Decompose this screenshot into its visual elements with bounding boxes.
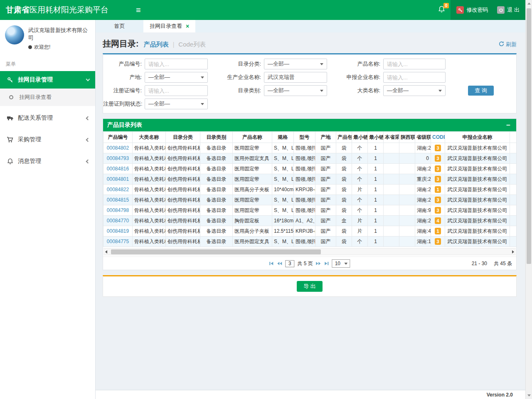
app-title: 甘肃省医用耗材阳光采购平台 bbox=[0, 5, 108, 15]
vertical-scrollbar[interactable] bbox=[525, 0, 532, 399]
record-range: 21 - 30 bbox=[472, 261, 487, 266]
product-code-link[interactable]: 00084775 bbox=[107, 239, 129, 244]
cell-pack: 盒 bbox=[336, 216, 352, 226]
view-toggle-product[interactable]: 产品列表 bbox=[144, 41, 169, 49]
scroll-right-icon[interactable] bbox=[512, 250, 514, 254]
tab-home[interactable]: 首页 bbox=[96, 20, 143, 32]
caret-down-icon bbox=[320, 90, 323, 92]
tab-catalog-view[interactable]: 挂网目录查看 × bbox=[143, 20, 195, 32]
avatar bbox=[5, 25, 24, 44]
code-count-badge[interactable]: 1 bbox=[435, 228, 441, 234]
code-count-badge[interactable]: 1 bbox=[435, 186, 441, 193]
manufacturer-input[interactable] bbox=[264, 72, 327, 83]
search-panel: 产品编号: 目录分类: —全部— 产品名称: 产地: —全部— 生产企业名称: … bbox=[103, 53, 517, 113]
cell-major: 骨科植入类耗材 bbox=[133, 153, 166, 164]
product-code-link[interactable]: 00084819 bbox=[107, 228, 129, 234]
footer: Version 2.0 bbox=[96, 390, 525, 399]
cell-qty: 1 bbox=[368, 164, 384, 174]
sidebar-item-delivery-management[interactable]: 配送关系管理 bbox=[0, 109, 95, 127]
cert-expire-select[interactable]: —全部— bbox=[145, 99, 208, 109]
declare-company-input[interactable] bbox=[383, 72, 446, 83]
first-page-icon[interactable] bbox=[269, 261, 274, 266]
export-button[interactable]: 导 出 bbox=[297, 281, 323, 292]
product-name-input[interactable] bbox=[383, 59, 446, 69]
cell-major: 骨科植入类耗材 bbox=[133, 164, 166, 174]
main-area: 首页 挂网目录查看 × 挂网目录: 产品列表 | Code列表 刷新 bbox=[96, 20, 525, 399]
major-class-label: 大类名称: bbox=[327, 87, 383, 94]
next-page-icon[interactable] bbox=[316, 261, 321, 266]
cell-manufact: 武汉克瑞普新技术有限公司 bbox=[510, 164, 517, 174]
sidebar-item-catalog-view[interactable]: 挂网目录查看 bbox=[0, 89, 95, 106]
product-code-link[interactable]: 00084802 bbox=[107, 145, 129, 151]
logout-button[interactable]: 退 出 bbox=[497, 6, 520, 14]
product-code-link[interactable]: 00084793 bbox=[107, 155, 129, 161]
change-password-button[interactable]: 修改密码 bbox=[456, 6, 488, 14]
table-row: 00084802骨科植入类耗材创伤用骨科耗材备选目录医用固定带S、M、L围领,颈… bbox=[103, 143, 517, 153]
tab-label: 挂网目录查看 bbox=[150, 20, 182, 32]
product-code-link[interactable]: 00084770 bbox=[107, 218, 129, 224]
horizontal-scrollbar-thumb[interactable] bbox=[111, 249, 321, 254]
cell-prov bbox=[384, 174, 399, 185]
code-count-badge[interactable]: 3 bbox=[435, 207, 441, 214]
product-code-input[interactable] bbox=[145, 59, 208, 69]
catalog-class-select[interactable]: —全部— bbox=[264, 59, 327, 69]
scroll-down-icon[interactable] bbox=[527, 394, 531, 397]
refresh-button[interactable]: 刷新 bbox=[499, 41, 517, 48]
product-code-link[interactable]: 00084801 bbox=[107, 176, 129, 182]
column-header-spec: 规格 bbox=[272, 132, 294, 143]
page-number-input[interactable] bbox=[285, 260, 294, 267]
cell-name: 医用固定带 bbox=[233, 164, 272, 174]
view-toggle-code[interactable]: Code列表 bbox=[178, 41, 206, 49]
product-code-link[interactable]: 00084815 bbox=[107, 197, 129, 203]
cell-cls: 创伤用骨科耗材 bbox=[166, 174, 200, 185]
product-code-link[interactable]: 00084798 bbox=[107, 207, 129, 213]
catalog-category-select[interactable]: —全部— bbox=[264, 85, 327, 96]
cert-no-input[interactable] bbox=[145, 85, 208, 96]
cell-code: 00084793 bbox=[103, 153, 133, 164]
code-count-badge[interactable]: 4 bbox=[435, 217, 441, 224]
code-count-badge[interactable]: 3 bbox=[435, 145, 441, 151]
cell-pack: 袋 bbox=[336, 226, 352, 236]
search-button[interactable]: 查 询 bbox=[468, 86, 494, 96]
scroll-left-icon[interactable] bbox=[105, 250, 107, 254]
page-size-select[interactable]: 10 bbox=[332, 259, 350, 268]
cell-level: 湖南:2 bbox=[415, 143, 431, 153]
cell-prov bbox=[384, 236, 399, 247]
major-class-select[interactable]: —全部— bbox=[383, 85, 446, 96]
cell-codes: 3 bbox=[431, 174, 445, 185]
cell-level: 湖南:2 bbox=[415, 185, 431, 195]
cell-name: 胸骨固定板 bbox=[233, 216, 272, 226]
panel-title: 产品目录列表 bbox=[107, 121, 142, 129]
origin-select[interactable]: —全部— bbox=[145, 72, 208, 83]
notifications-button[interactable]: 0 bbox=[432, 0, 451, 20]
cell-prov bbox=[384, 205, 399, 216]
cell-spec: S、M、L bbox=[272, 236, 294, 247]
product-code-link[interactable]: 00084822 bbox=[107, 187, 129, 192]
collapse-icon[interactable]: − bbox=[505, 122, 512, 129]
sidebar-item-purchase-management[interactable]: 采购管理 bbox=[0, 131, 95, 148]
close-icon[interactable]: × bbox=[186, 23, 189, 29]
column-header-code: 产品编号 bbox=[103, 132, 133, 143]
caret-down-icon bbox=[345, 263, 348, 265]
sidebar-item-message-management[interactable]: 消息管理 bbox=[0, 153, 95, 170]
code-count-badge[interactable]: 3 bbox=[435, 155, 441, 162]
code-count-badge[interactable]: 3 bbox=[435, 238, 441, 245]
cell-code: 00084801 bbox=[103, 174, 133, 185]
scroll-up-icon[interactable] bbox=[527, 2, 531, 5]
status-dot-icon bbox=[28, 45, 32, 49]
prev-page-icon[interactable] bbox=[277, 261, 282, 266]
caret-down-icon bbox=[201, 76, 204, 79]
horizontal-scrollbar[interactable] bbox=[103, 248, 516, 255]
cell-manufact: 武汉克瑞普新技术有限公司 bbox=[510, 153, 517, 164]
hamburger-icon[interactable]: ≡ bbox=[136, 0, 141, 20]
vertical-scrollbar-thumb[interactable] bbox=[527, 8, 531, 264]
cell-cat: 备选目录 bbox=[200, 226, 233, 236]
sidebar-item-catalog-management[interactable]: 挂网目录管理 bbox=[0, 71, 95, 89]
cell-unit: 个 bbox=[352, 164, 368, 174]
code-count-badge[interactable]: 3 bbox=[435, 165, 441, 172]
last-page-icon[interactable] bbox=[324, 261, 329, 266]
code-count-badge[interactable]: 3 bbox=[435, 197, 441, 203]
code-count-badge[interactable]: 3 bbox=[435, 176, 441, 182]
product-code-link[interactable]: 00084816 bbox=[107, 166, 129, 172]
cell-prov bbox=[384, 216, 399, 226]
